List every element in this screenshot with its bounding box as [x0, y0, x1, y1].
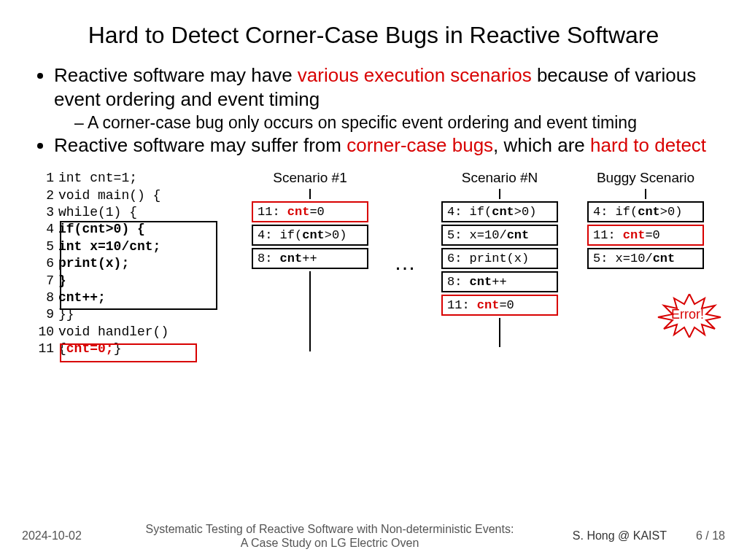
- slide-footer: 2024-10-02 Systematic Testing of Reactiv…: [0, 522, 747, 550]
- footer-page: 6 / 18: [667, 529, 725, 542]
- scenario-1: Scenario #1 11: cnt=0 4: if(cnt>0) 8: cn…: [248, 170, 372, 351]
- bullet-2: Reactive software may suffer from corner…: [54, 133, 718, 158]
- error-burst-icon: Error!: [657, 294, 722, 338]
- bullet-list: Reactive software may have various execu…: [29, 63, 718, 157]
- footer-date: 2024-10-02: [22, 529, 109, 542]
- code-highlight-handler: [60, 343, 197, 362]
- footer-title: Systematic Testing of Reactive Software …: [109, 522, 550, 550]
- code-highlight-main: [60, 221, 217, 310]
- diagram-area: 1int cnt=1; 2void main() { 3 while(1) { …: [29, 170, 718, 403]
- scenario-n: Scenario #N 4: if(cnt>0) 5: x=10/cnt 6: …: [438, 170, 562, 347]
- ellipsis: …: [394, 250, 419, 275]
- bullet-1-1: A corner-case bug only occurs on specifi…: [74, 112, 718, 133]
- slide-title: Hard to Detect Corner-Case Bugs in React…: [29, 22, 718, 49]
- scenario-buggy: Buggy Scenario 4: if(cnt>0) 11: cnt=0 5:…: [584, 170, 708, 271]
- bullet-1: Reactive software may have various execu…: [54, 63, 718, 133]
- footer-author: S. Hong @ KAIST: [550, 529, 667, 542]
- code-listing: 1int cnt=1; 2void main() { 3 while(1) { …: [36, 170, 226, 357]
